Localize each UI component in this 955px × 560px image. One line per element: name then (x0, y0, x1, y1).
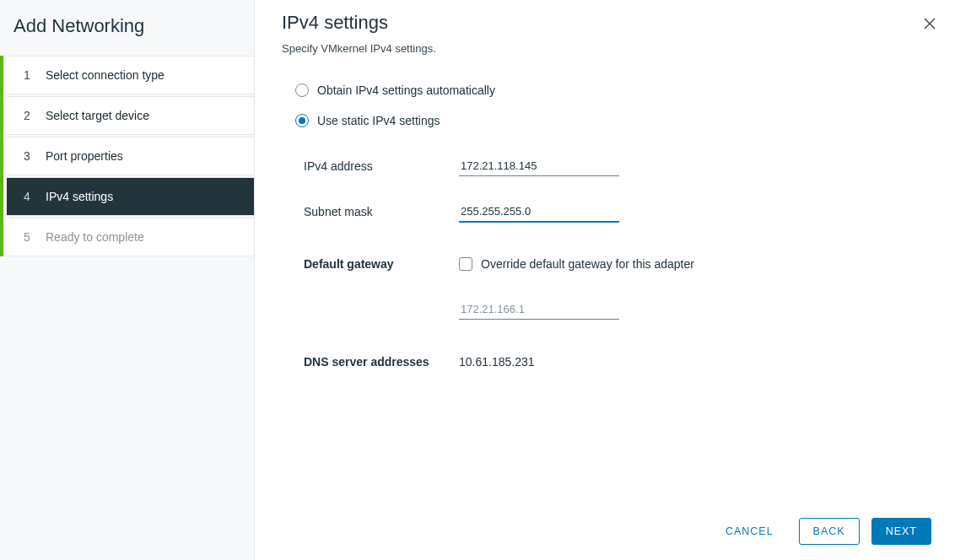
step-ipv4-settings[interactable]: 4 IPv4 settings (7, 177, 254, 216)
wizard-title: Add Networking (0, 0, 254, 56)
step-label: Select target device (46, 109, 149, 122)
step-label: Ready to complete (46, 230, 144, 244)
step-label: Port properties (46, 149, 123, 163)
radio-label: Use static IPv4 settings (317, 114, 440, 127)
default-gateway-label: Default gateway (304, 257, 459, 271)
cancel-button[interactable]: CANCEL (712, 519, 787, 544)
row-gateway-value (304, 294, 931, 325)
step-number: 3 (24, 149, 34, 163)
ipv4-address-input[interactable] (459, 156, 619, 176)
step-select-target-device[interactable]: 2 Select target device (7, 96, 254, 135)
step-number: 4 (24, 190, 34, 203)
wizard-footer: CANCEL BACK NEXT (282, 503, 931, 545)
subnet-mask-input[interactable] (459, 202, 619, 223)
step-select-connection-type[interactable]: 1 Select connection type (7, 56, 254, 94)
radio-icon (295, 114, 309, 127)
back-button[interactable]: BACK (799, 518, 860, 545)
override-gateway-checkbox[interactable]: Override default gateway for this adapte… (459, 257, 694, 271)
step-label: IPv4 settings (46, 190, 113, 203)
next-button[interactable]: NEXT (871, 518, 931, 545)
page-title: IPv4 settings (282, 12, 931, 34)
row-subnet-mask: Subnet mask (304, 197, 931, 227)
radio-label: Obtain IPv4 settings automatically (317, 83, 495, 97)
subnet-mask-label: Subnet mask (304, 205, 459, 218)
radio-obtain-automatically[interactable]: Obtain IPv4 settings automatically (295, 83, 931, 97)
wizard-sidebar: Add Networking 1 Select connection type … (0, 0, 255, 560)
step-label: Select connection type (46, 68, 165, 82)
wizard-main: IPv4 settings Specify VMkernel IPv4 sett… (255, 0, 955, 560)
radio-use-static[interactable]: Use static IPv4 settings (295, 114, 931, 127)
step-port-properties[interactable]: 3 Port properties (7, 137, 254, 175)
close-button[interactable] (920, 13, 940, 34)
page-subtitle: Specify VMkernel IPv4 settings. (282, 42, 931, 55)
step-ready-to-complete: 5 Ready to complete (7, 218, 254, 256)
row-dns: DNS server addresses 10.61.185.231 (304, 347, 931, 377)
step-number: 5 (24, 230, 34, 244)
ipv4-address-label: IPv4 address (304, 159, 459, 173)
row-ipv4-address: IPv4 address (304, 151, 931, 181)
checkbox-icon (459, 257, 472, 271)
step-number: 2 (24, 109, 34, 122)
row-default-gateway: Default gateway Override default gateway… (304, 249, 931, 279)
radio-icon (295, 83, 309, 97)
override-gateway-label: Override default gateway for this adapte… (481, 257, 694, 271)
dns-value: 10.61.185.231 (459, 355, 535, 369)
close-icon (924, 18, 936, 30)
dns-label: DNS server addresses (304, 355, 459, 369)
ipv4-form: Obtain IPv4 settings automatically Use s… (282, 83, 931, 392)
wizard-steps: 1 Select connection type 2 Select target… (0, 56, 254, 256)
step-number: 1 (24, 68, 34, 82)
default-gateway-input[interactable] (459, 299, 619, 320)
